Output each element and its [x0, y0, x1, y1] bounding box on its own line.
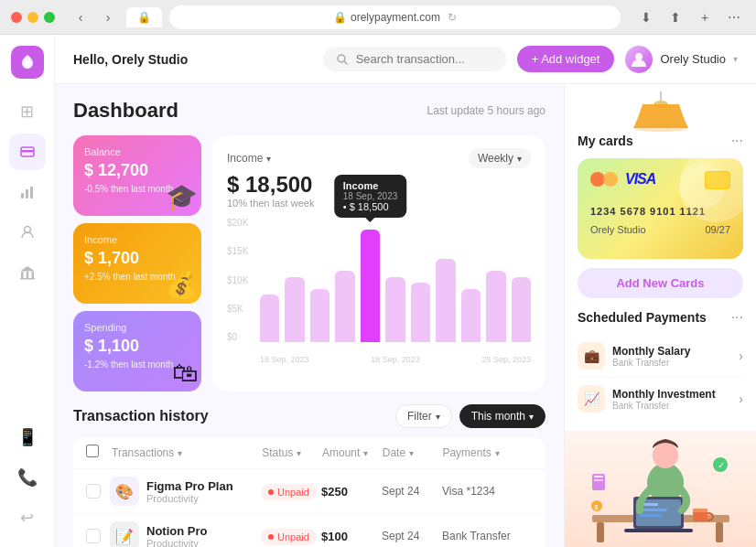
scheduled-item[interactable]: 📈 Monthly Investment Bank Transfer ›: [578, 378, 743, 420]
sidebar-item-mobile[interactable]: 📱: [9, 419, 46, 456]
lamp-decoration: [565, 84, 756, 133]
add-widget-button[interactable]: + Add widget: [517, 46, 615, 72]
cards-more-button[interactable]: ···: [731, 133, 743, 149]
row-payments: Visa *1234: [442, 485, 533, 498]
address-bar[interactable]: 🔒 orelypayment.com ↻: [169, 5, 621, 29]
sched-info: Monthly Investment Bank Transfer: [612, 388, 739, 411]
row-amount: $100: [321, 530, 382, 543]
svg-rect-8: [26, 272, 28, 278]
spending-label: Spending: [84, 322, 190, 333]
app-name: Notion Pro: [146, 524, 207, 538]
row-checkbox[interactable]: [86, 529, 101, 543]
search-input[interactable]: [356, 52, 475, 66]
extensions-button[interactable]: ⋯: [723, 6, 745, 28]
scheduled-section: Scheduled Payments ··· 💼 Monthly Salary …: [565, 309, 756, 431]
chart-bar[interactable]: [461, 289, 481, 343]
download-button[interactable]: ⬇: [635, 6, 657, 28]
col-trans-sort[interactable]: [178, 446, 182, 459]
dashboard-area: Dashboard Last update 5 hours ago Balanc…: [55, 84, 756, 547]
filter-buttons: Filter This month: [395, 404, 545, 428]
svg-rect-26: [640, 514, 663, 517]
chart-bar[interactable]: [385, 277, 405, 343]
credit-card[interactable]: VISA 1234 5678 9101 1121 Orely Studio 09…: [578, 158, 743, 259]
user-chevron[interactable]: [733, 54, 738, 64]
col-payments-sort[interactable]: [495, 446, 500, 459]
chart-bar[interactable]: [411, 283, 430, 342]
user-avatar: [625, 46, 653, 73]
sched-arrow-icon[interactable]: ›: [739, 391, 743, 406]
sidebar-item-user[interactable]: [9, 214, 46, 251]
search-bar[interactable]: [323, 47, 506, 71]
date-3: 25 Sep, 2023: [481, 355, 531, 364]
user-info[interactable]: Orely Studio: [625, 46, 738, 73]
sched-type: Bank Transfer: [612, 358, 739, 368]
browser-tab[interactable]: 🔒: [126, 7, 162, 27]
date-1: 18 Sep, 2023: [260, 355, 309, 364]
row-checkbox[interactable]: [86, 484, 101, 499]
income-chart: Income Weekly $ 18,500 10% then last wee…: [212, 135, 545, 391]
spending-illustration: 🛍: [172, 358, 198, 388]
chart-bar[interactable]: [260, 295, 279, 342]
chart-bar[interactable]: [310, 289, 329, 343]
table-row[interactable]: 🎨 Figma Pro Plan Productivity Unpaid $25…: [73, 469, 545, 514]
stat-cards-group: Balance $ 12,700 -0.5% then last month 🎓…: [73, 135, 201, 391]
y-label-5: $0: [227, 332, 248, 342]
spending-card: Spending $ 1,100 -1.2% then last month 🛍: [73, 311, 201, 391]
chart-bar[interactable]: [285, 277, 304, 343]
share-button[interactable]: ⬆: [664, 6, 686, 28]
sidebar-item-bank[interactable]: [9, 254, 46, 291]
sidebar-item-grid[interactable]: ⊞: [9, 93, 46, 130]
forward-button[interactable]: ›: [97, 6, 119, 28]
close-button[interactable]: [11, 12, 22, 23]
scheduled-item[interactable]: 💼 Monthly Salary Bank Transfer ›: [578, 335, 743, 378]
sched-icon: 📈: [578, 385, 605, 413]
table-row[interactable]: 📝 Notion Pro Productivity Unpaid $100 Se…: [73, 514, 545, 547]
sched-name: Monthly Salary: [612, 345, 739, 358]
row-payments: Bank Transfer: [442, 530, 533, 542]
scheduled-more-button[interactable]: ···: [731, 309, 743, 326]
add-new-cards-button[interactable]: Add New Cards: [578, 268, 743, 298]
sidebar-item-cards[interactable]: [9, 134, 46, 170]
filter-button[interactable]: Filter: [395, 404, 452, 428]
col-date-sort[interactable]: [409, 446, 414, 459]
back-button[interactable]: ‹: [70, 6, 92, 28]
sidebar-item-analytics[interactable]: [9, 174, 46, 210]
app-name: Figma Pro Plan: [146, 479, 233, 493]
chart-bar[interactable]: [486, 271, 505, 342]
svg-text:✓: ✓: [718, 460, 725, 470]
select-all-checkbox[interactable]: [86, 445, 99, 457]
filter-chevron: [436, 410, 440, 423]
chart-tooltip: Income18 Sep, 2023• $ 18,500: [334, 175, 407, 218]
chart-label-chevron[interactable]: [266, 152, 271, 165]
transaction-section: Transaction history Filter This month: [73, 404, 545, 547]
sched-icon: 💼: [578, 342, 605, 370]
period-button[interactable]: This month: [459, 404, 545, 428]
chart-bar[interactable]: [335, 271, 354, 342]
card-holder: Orely Studio: [590, 224, 646, 235]
col-status-sort[interactable]: [297, 446, 301, 459]
sched-arrow-icon[interactable]: ›: [739, 349, 743, 363]
chart-bars: Income18 Sep, 2023• $ 18,500: [260, 218, 531, 342]
transaction-rows: 🎨 Figma Pro Plan Productivity Unpaid $25…: [73, 469, 545, 547]
svg-rect-28: [693, 509, 707, 512]
sidebar-item-logout[interactable]: ↩: [9, 499, 46, 536]
minimize-button[interactable]: [27, 12, 38, 23]
chart-bar[interactable]: [512, 277, 531, 343]
y-label-3: $10K: [227, 275, 248, 285]
chart-bar[interactable]: Income18 Sep, 2023• $ 18,500: [361, 230, 380, 343]
sched-info: Monthly Salary Bank Transfer: [612, 345, 739, 368]
chart-bar[interactable]: [436, 259, 455, 342]
app: ⊞: [0, 35, 756, 547]
income-label: Income: [84, 234, 190, 245]
sidebar-item-phone[interactable]: 📞: [9, 459, 46, 496]
app-category: Productivity: [146, 493, 233, 504]
transaction-title: Transaction history: [73, 408, 209, 424]
col-amount-sort[interactable]: [363, 446, 368, 459]
cards-section: My cards ··· VISA 1234 5678 9: [565, 133, 756, 309]
weekly-period-button[interactable]: Weekly: [469, 148, 531, 168]
maximize-button[interactable]: [44, 12, 55, 23]
tab-icon: 🔒: [137, 11, 151, 24]
svg-point-20: [653, 443, 678, 468]
new-tab-button[interactable]: +: [694, 6, 716, 28]
svg-rect-5: [30, 187, 33, 198]
